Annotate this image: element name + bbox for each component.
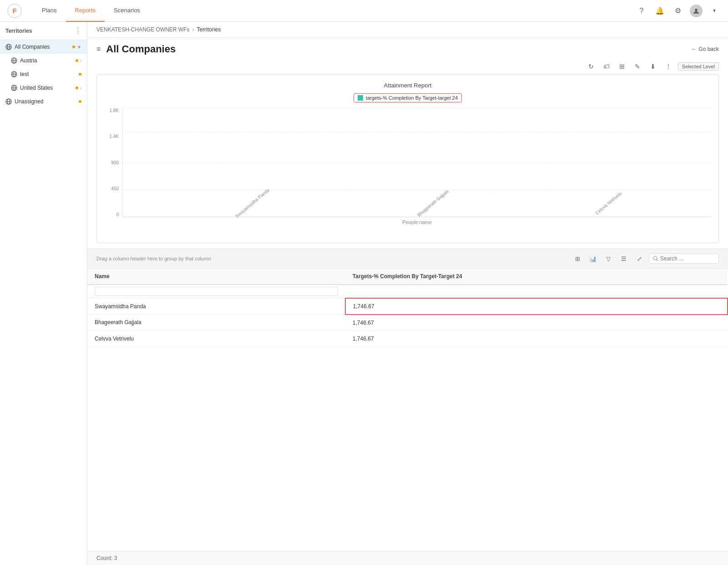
user-avatar[interactable]: [690, 5, 703, 17]
download-icon[interactable]: ⬇: [647, 61, 659, 72]
breadcrumb-parent[interactable]: VENKATESH-CHANGE OWNER WFs: [96, 26, 189, 33]
nav-scenarios[interactable]: Scenarios: [105, 0, 149, 22]
hamburger-icon[interactable]: ≡: [96, 45, 101, 53]
sidebar-item-label: United States: [20, 85, 74, 91]
sidebar: Territories ⋮ All Companies ▼ Austria ›: [0, 22, 87, 565]
selected-level-badge: Selected Level: [678, 62, 719, 71]
x-axis-title: People:name: [123, 219, 711, 225]
breadcrumb-separator: ›: [192, 26, 194, 33]
nav-plans[interactable]: Plans: [33, 0, 66, 22]
table: Name Targets-% Completion By Target-Targ…: [87, 269, 728, 347]
table-footer: Count: 3: [87, 551, 728, 565]
content-area: VENKATESH-CHANGE OWNER WFs › Territories…: [87, 22, 728, 565]
col-header-name: Name: [87, 269, 345, 285]
globe-icon-unassigned: [5, 98, 12, 105]
chevron-right-icon: ›: [80, 58, 81, 63]
page-title-row: ≡ All Companies: [96, 43, 176, 55]
sidebar-item-unassigned[interactable]: Unassigned: [0, 95, 87, 108]
go-back-button[interactable]: ← Go back: [692, 46, 719, 52]
top-nav: F Plans Reports Scenarios ? 🔔 ⚙ ▼: [0, 0, 728, 22]
sidebar-title: Territories: [5, 28, 32, 34]
chart-plot: Swayamsidha Panda Bhageerath Gajjala Cel…: [122, 108, 711, 217]
status-dot: [79, 100, 81, 103]
page-header: ≡ All Companies ← Go back: [87, 38, 728, 59]
more-icon[interactable]: ⋮: [662, 61, 674, 72]
settings-icon[interactable]: ⚙: [672, 5, 684, 17]
chevron-down-icon: ▼: [77, 45, 81, 50]
search-icon: [653, 256, 658, 261]
svg-point-0: [695, 9, 698, 11]
table-row: Bhageerath Gajjala 1,746.67: [87, 315, 728, 331]
chevron-right-icon: ›: [80, 86, 81, 91]
x-labels: Swayamsidha Panda Bhageerath Gajjala Cel…: [141, 199, 711, 217]
status-dot: [72, 46, 75, 48]
refresh-icon[interactable]: ↻: [585, 61, 597, 72]
chart-container: Attainment Report targets-% Completion B…: [96, 74, 719, 243]
grid-view-icon[interactable]: ⊞: [616, 61, 628, 72]
grid-icon-filter[interactable]: ▽: [602, 253, 614, 265]
globe-icon-austria: [11, 57, 17, 64]
pencil-icon[interactable]: ✎: [632, 61, 643, 72]
y-label-450: 450: [111, 186, 119, 191]
legend-item: targets-% Completion By Target-target 24: [354, 93, 462, 102]
grid-toolbar: Drag a column header here to group by th…: [87, 249, 728, 269]
page-title: All Companies: [106, 43, 176, 55]
sidebar-item-austria[interactable]: Austria ›: [0, 54, 87, 67]
svg-line-17: [657, 260, 658, 261]
svg-point-16: [653, 256, 657, 260]
status-dot: [76, 87, 78, 89]
sidebar-item-test[interactable]: test: [0, 67, 87, 81]
toolbar: ↻ 🏷 ⊞ ✎ ⬇ ⋮ Selected Level: [87, 59, 728, 74]
help-icon[interactable]: ?: [635, 5, 648, 17]
col-header-value: Targets-% Completion By Target-Target 24: [345, 269, 728, 285]
breadcrumb: VENKATESH-CHANGE OWNER WFs › Territories: [87, 22, 728, 38]
chart-body: 1.8K 1.4K 900 450 0: [104, 108, 711, 235]
grid-toolbar-icons: ⊞ 📊 ▽ ☰ ⤢: [571, 253, 719, 265]
search-row: [87, 285, 728, 298]
nav-reports[interactable]: Reports: [66, 0, 105, 22]
y-label-0: 0: [116, 212, 119, 217]
chart-title: Attainment Report: [104, 82, 711, 89]
cell-name-2: Bhageerath Gajjala: [87, 315, 345, 331]
name-search-input[interactable]: [95, 287, 338, 296]
sidebar-header: Territories ⋮: [0, 22, 87, 40]
user-dropdown-icon[interactable]: ▼: [708, 5, 721, 17]
table-row: Swayamsidha Panda 1,746.67: [87, 298, 728, 315]
sidebar-item-all-companies[interactable]: All Companies ▼: [0, 40, 87, 54]
globe-icon-all: [5, 44, 12, 50]
chart-y-axis: 1.8K 1.4K 900 450 0: [104, 108, 121, 217]
globe-icon-us: [11, 85, 17, 91]
status-dot: [79, 73, 81, 76]
chart-legend: targets-% Completion By Target-target 24: [104, 93, 711, 102]
grid-icon-table[interactable]: ⊞: [571, 253, 583, 265]
nav-icons: ? 🔔 ⚙ ▼: [635, 5, 721, 17]
notification-icon[interactable]: 🔔: [653, 5, 666, 17]
main-layout: Territories ⋮ All Companies ▼ Austria ›: [0, 22, 728, 565]
cell-name-1: Swayamsidha Panda: [87, 298, 345, 315]
legend-label: targets-% Completion By Target-target 24: [366, 95, 458, 101]
search-box: [649, 254, 719, 264]
sidebar-item-label: Austria: [20, 57, 74, 64]
sidebar-item-united-states[interactable]: United States ›: [0, 81, 87, 95]
status-dot: [76, 59, 78, 62]
app-logo[interactable]: F: [7, 4, 22, 18]
data-table: Name Targets-% Completion By Target-Targ…: [87, 269, 728, 551]
sidebar-item-label: test: [20, 71, 77, 77]
sidebar-item-label: Unassigned: [15, 98, 77, 105]
tag-icon[interactable]: 🏷: [601, 61, 612, 72]
breadcrumb-current: Territories: [197, 26, 221, 33]
drag-hint: Drag a column header here to group by th…: [96, 256, 211, 261]
grid-icon-expand[interactable]: ⤢: [633, 253, 645, 265]
cell-value-3: 1,746.67: [345, 331, 728, 346]
grid-icon-columns[interactable]: ☰: [618, 253, 630, 265]
grid-icon-chart[interactable]: 📊: [587, 253, 599, 265]
cell-value-1: 1,746.67: [345, 298, 728, 315]
y-label-1400: 1.4K: [109, 134, 119, 139]
y-label-1800: 1.8K: [109, 108, 119, 113]
cell-name-3: Celvva Vetrivelu: [87, 331, 345, 346]
sidebar-item-label: All Companies: [15, 44, 71, 50]
sidebar-menu-icon[interactable]: ⋮: [74, 26, 81, 35]
search-input[interactable]: [660, 255, 715, 262]
y-label-900: 900: [111, 160, 119, 165]
cell-value-2: 1,746.67: [345, 315, 728, 331]
